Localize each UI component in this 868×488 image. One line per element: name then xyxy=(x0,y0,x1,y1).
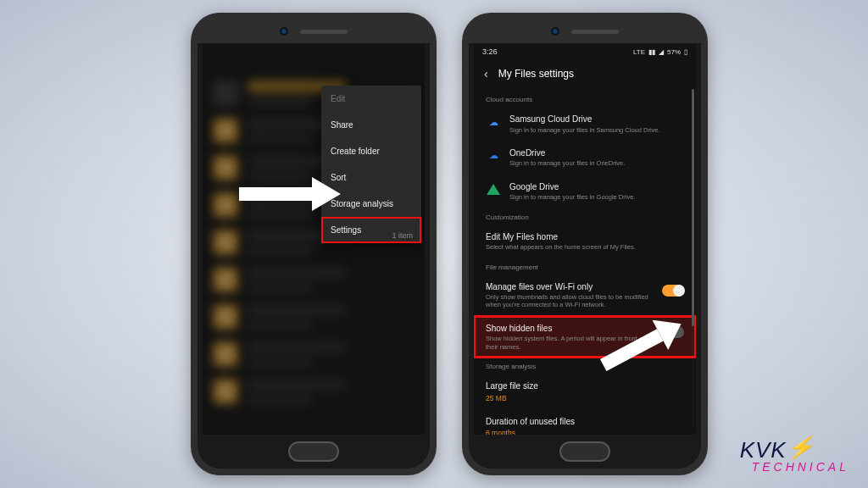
annotation-arrow-right xyxy=(593,320,687,371)
row-wifi-only[interactable]: Manage files over Wi-Fi only Only show t… xyxy=(474,274,696,316)
row-subtitle: Sign in to manage your files in Google D… xyxy=(509,193,684,201)
camera-dot-icon xyxy=(551,27,559,36)
context-menu: Edit Share Create folder Sort Storage an… xyxy=(321,86,421,243)
row-title: Duration of unused files xyxy=(486,416,684,428)
scrollbar[interactable] xyxy=(692,89,694,428)
row-title: Manage files over Wi-Fi only xyxy=(486,281,654,293)
svg-rect-2 xyxy=(600,329,664,371)
row-subtitle: Only show thumbnails and allow cloud fil… xyxy=(486,293,654,309)
annotation-arrow-left xyxy=(239,177,341,211)
svg-rect-0 xyxy=(239,187,312,201)
row-unused-duration[interactable]: Duration of unused files 6 months xyxy=(474,409,696,435)
status-icons: LTE ▮▮ ◢ 57% ▯ xyxy=(633,48,687,56)
item-count-label: 1 item xyxy=(392,231,413,240)
samsung-cloud-icon: ☁ xyxy=(486,114,501,130)
menu-item-share[interactable]: Share xyxy=(321,112,421,138)
row-large-file-size[interactable]: Large file size 25 MB xyxy=(474,374,696,409)
settings-header: ‹ My Files settings xyxy=(474,60,696,91)
phone-body: Edit Share Create folder Sort Storage an… xyxy=(198,19,430,469)
home-button[interactable] xyxy=(288,441,339,462)
row-onedrive[interactable]: ☁ OneDrive Sign in to manage your files … xyxy=(474,141,696,175)
row-subtitle: Sign in to manage your files in OneDrive… xyxy=(509,159,684,167)
back-icon[interactable]: ‹ xyxy=(484,67,488,80)
lte-icon: LTE xyxy=(633,48,645,56)
wifi-icon: ◢ xyxy=(659,48,664,56)
onedrive-icon: ☁ xyxy=(486,148,501,164)
phone-body: 3:26 LTE ▮▮ ◢ 57% ▯ ‹ My Files settings … xyxy=(469,19,701,469)
section-cloud-accounts: Cloud accounts xyxy=(474,91,696,107)
toggle-wifi-only[interactable] xyxy=(662,285,684,297)
row-samsung-cloud[interactable]: ☁ Samsung Cloud Drive Sign in to manage … xyxy=(474,107,696,141)
phone-mockup-left: Edit Share Create folder Sort Storage an… xyxy=(191,13,437,475)
battery-icon: ▯ xyxy=(684,48,687,56)
watermark: KVK⚡ TECHNICAL xyxy=(740,439,849,473)
row-subtitle: Sign in to manage your files in Samsung … xyxy=(509,126,684,134)
phone-earpiece xyxy=(198,19,430,43)
google-drive-icon xyxy=(486,182,501,197)
battery-label: 57% xyxy=(667,48,681,56)
home-button[interactable] xyxy=(559,441,610,462)
camera-dot-icon xyxy=(280,27,288,36)
speaker-icon xyxy=(300,30,348,34)
status-bar: 3:26 LTE ▮▮ ◢ 57% ▯ xyxy=(474,43,696,60)
row-title: Samsung Cloud Drive xyxy=(509,114,684,125)
page-title: My Files settings xyxy=(498,68,574,80)
phone-mockup-right: 3:26 LTE ▮▮ ◢ 57% ▯ ‹ My Files settings … xyxy=(462,13,708,475)
screen-right: 3:26 LTE ▮▮ ◢ 57% ▯ ‹ My Files settings … xyxy=(474,43,696,435)
section-file-management: File management xyxy=(474,258,696,274)
row-google-drive[interactable]: Google Drive Sign in to manage your file… xyxy=(474,175,696,208)
screen-left: Edit Share Create folder Sort Storage an… xyxy=(203,43,425,435)
svg-marker-1 xyxy=(312,177,341,211)
menu-item-edit[interactable]: Edit xyxy=(321,86,421,112)
bolt-icon: ⚡ xyxy=(787,436,815,458)
phone-earpiece xyxy=(469,19,701,43)
row-value: 25 MB xyxy=(486,394,684,402)
watermark-line2: TECHNICAL xyxy=(752,461,849,473)
row-title: Large file size xyxy=(486,380,684,392)
status-time: 3:26 xyxy=(482,47,498,56)
row-title: Google Drive xyxy=(509,181,684,193)
watermark-line1: KVK xyxy=(740,437,787,463)
row-title: OneDrive xyxy=(509,147,684,159)
row-value: 6 months xyxy=(486,429,684,435)
speaker-icon xyxy=(571,30,619,34)
row-subtitle: Select what appears on the home screen o… xyxy=(486,243,684,251)
section-customization: Customization xyxy=(474,208,696,225)
row-edit-home[interactable]: Edit My Files home Select what appears o… xyxy=(474,225,696,258)
signal-icon: ▮▮ xyxy=(648,48,655,56)
row-title: Edit My Files home xyxy=(486,231,684,243)
menu-item-create-folder[interactable]: Create folder xyxy=(321,138,421,164)
